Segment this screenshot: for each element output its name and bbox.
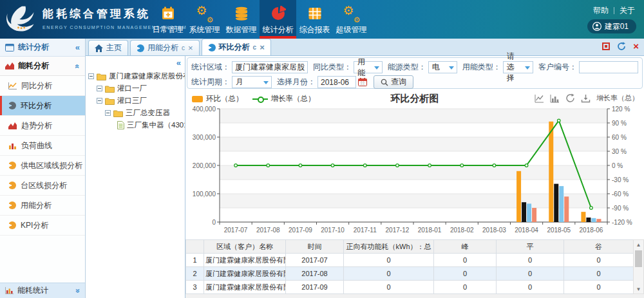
svg-text:2017-08: 2017-08: [256, 227, 280, 234]
tree-collapse-box-icon[interactable]: [97, 98, 102, 104]
pie-chart-icon: [208, 44, 216, 51]
svg-text:2017-10: 2017-10: [321, 227, 345, 234]
pie-chart-icon: [8, 221, 16, 229]
table-row[interactable]: 3 厦门建霖健康家居股份有限公司 2017-09 0 0 0 0: [186, 281, 634, 294]
chevron-down-icon: [525, 66, 530, 70]
svg-text:2018-01: 2018-01: [418, 227, 442, 234]
sidebar-item-gongdian-xiansun[interactable]: 供电区域线损分析: [0, 156, 85, 176]
scrollbar-thumb[interactable]: [635, 250, 642, 267]
gears-icon: [343, 5, 360, 23]
svg-text:2017-09: 2017-09: [289, 227, 312, 234]
sidebar-collapse-icon[interactable]: [75, 42, 80, 52]
tab-yongneng-fenxi[interactable]: 用能分析: [130, 40, 200, 55]
report-grid-icon: [307, 5, 323, 23]
svg-text:2018-05: 2018-05: [547, 227, 571, 234]
data-table-section: 区域（客户）名称 时间 正向有功能耗（kWh）：总 峰 平 谷 1 厦门建霖健康…: [185, 239, 644, 298]
close-icon[interactable]: [633, 42, 639, 50]
scroll-up-icon[interactable]: ▲: [634, 240, 643, 249]
svg-text:60 %: 60 %: [612, 134, 627, 141]
tree-collapse-icon[interactable]: [176, 58, 181, 68]
nav-item-super[interactable]: 超级管理: [333, 0, 370, 39]
nav-item-data[interactable]: 数据管理: [223, 0, 260, 39]
tab-refresh-icon[interactable]: [182, 44, 185, 51]
tab-huanbi-fenxi[interactable]: 环比分析: [202, 39, 271, 55]
bar-chart-icon: [8, 142, 17, 149]
tab-refresh-icon[interactable]: [253, 44, 257, 51]
tree-node[interactable]: 灌口一厂: [88, 82, 185, 95]
database-icon: [234, 5, 249, 23]
main-area: 主页 用能分析 环比分析 厦门建霖健康家居股份有限公司: [86, 39, 644, 298]
table-row[interactable]: 2 厦门建霖健康家居股份有限公司 2017-08 0 0 0 0: [186, 267, 634, 281]
download-tool-icon[interactable]: [581, 94, 591, 103]
svg-text:120 %: 120 %: [612, 106, 630, 113]
collapse-up-icon[interactable]: [73, 64, 82, 68]
month-input[interactable]: [317, 76, 356, 88]
tree-node[interactable]: 灌口三厂: [88, 95, 185, 107]
sidebar-item-huanbi[interactable]: 环比分析: [0, 96, 85, 116]
line-chart-icon: [8, 82, 17, 89]
tab-close-icon[interactable]: [188, 45, 193, 51]
usage-type-select[interactable]: 请选择: [503, 61, 533, 73]
tree-collapse-box-icon[interactable]: [97, 86, 102, 91]
period-select[interactable]: 月: [232, 76, 272, 88]
tree-collapse-box-icon[interactable]: [88, 73, 94, 79]
refresh-icon[interactable]: [617, 42, 626, 51]
legend-swatch: [252, 98, 268, 100]
home-icon: [95, 44, 103, 52]
legend-item-growth[interactable]: 增长率（总）: [252, 94, 316, 104]
content-panel: 统计区域： 同比类型： 用能 能源类型： 电 用能类型： 请选择 客户编号： 统…: [185, 56, 644, 298]
nav-item-statistics[interactable]: 统计分析: [260, 0, 296, 39]
folder-icon: [105, 97, 115, 105]
sidebar-item-yongneng[interactable]: 用能分析: [0, 196, 85, 216]
scroll-down-icon[interactable]: ▼: [634, 284, 643, 293]
region-input[interactable]: [232, 61, 308, 73]
sidebar-group-energy-analysis[interactable]: 能耗分析: [0, 57, 85, 76]
tab-home[interactable]: 主页: [88, 40, 128, 55]
chevron-down-icon: [263, 81, 269, 84]
tree-node[interactable]: 厦门建霖健康家居股份有限公司: [88, 70, 185, 82]
calendar-icon: [160, 5, 176, 23]
calendar-icon[interactable]: [358, 78, 367, 86]
about-link[interactable]: 关于: [620, 5, 635, 16]
expand-down-icon[interactable]: [73, 288, 82, 293]
compare-type-select[interactable]: 用能: [354, 61, 383, 73]
chart-toolbox: 增长率（总）: [535, 93, 639, 103]
sidebar-panel-title: 统计分析: [18, 42, 75, 53]
comparison-chart: 0100,000200,000300,000400,000-120 %-90 %…: [185, 106, 644, 239]
sidebar-item-fuhe[interactable]: 负荷曲线: [0, 136, 85, 156]
table-row[interactable]: 1 厦门建霖健康家居股份有限公司 2017-07 0 0 0 0: [186, 254, 634, 267]
chevron-down-icon: [374, 66, 379, 70]
restore-window-icon[interactable]: [602, 42, 610, 50]
nav-item-reports[interactable]: 综合报表: [296, 0, 333, 39]
nav-item-daily[interactable]: 日常管理: [149, 0, 186, 39]
search-button[interactable]: 查询: [374, 75, 413, 89]
nav-item-system[interactable]: 系统管理: [186, 0, 223, 39]
sidebar-item-kpi[interactable]: KPI分析: [0, 216, 85, 236]
sidebar-footer-energy-stats[interactable]: 能耗统计: [0, 283, 85, 298]
search-icon: [381, 79, 388, 86]
legend-item-huanbi[interactable]: 环比（总）: [192, 94, 243, 104]
tab-close-icon[interactable]: [260, 44, 265, 51]
sidebar-item-qushi[interactable]: 趋势分析: [0, 116, 85, 136]
svg-text:200,000: 200,000: [193, 162, 216, 169]
restore-tool-icon[interactable]: [565, 93, 575, 103]
sidebar-item-tongbi[interactable]: 同比分析: [0, 76, 85, 96]
line-chart-tool-icon[interactable]: [535, 94, 544, 103]
vertical-scrollbar[interactable]: ▲ ▼: [633, 239, 644, 294]
tree-collapse-box-icon[interactable]: [105, 110, 111, 116]
svg-text:400,000: 400,000: [193, 106, 216, 113]
sidebar-item-taiqu-xiansun[interactable]: 台区线损分析: [0, 176, 85, 196]
horizontal-scrollbar[interactable]: [185, 294, 644, 298]
svg-text:100,000: 100,000: [193, 191, 216, 198]
bar-chart-tool-icon[interactable]: [550, 94, 560, 103]
document-icon: [117, 121, 124, 129]
customer-no-input[interactable]: [579, 61, 638, 73]
folder-icon: [97, 73, 106, 80]
tree-node[interactable]: 三厂总变压器: [88, 107, 185, 119]
tree-node-leaf[interactable]: 三厂集中器（4301003: [88, 119, 185, 131]
user-menu[interactable]: 建霖01: [587, 19, 636, 33]
help-link[interactable]: 帮助: [593, 5, 609, 16]
top-nav: 日常管理 系统管理 数据管理 统计分析 综合报表 超级管理: [149, 0, 370, 39]
svg-text:0 %: 0 %: [612, 162, 623, 169]
energy-type-select[interactable]: 电: [428, 61, 457, 73]
